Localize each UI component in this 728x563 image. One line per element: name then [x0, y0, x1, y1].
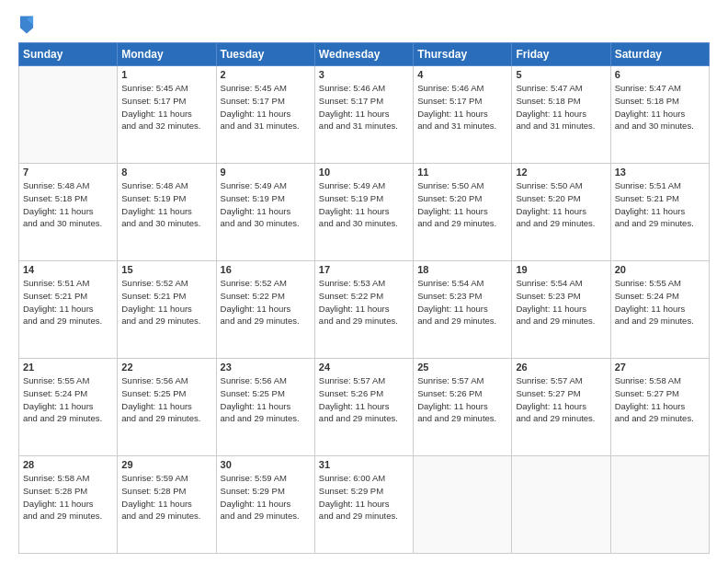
- day-number: 11: [417, 167, 507, 178]
- calendar-cell: 23Sunrise: 5:56 AMSunset: 5:25 PMDayligh…: [216, 359, 314, 456]
- calendar-table: SundayMondayTuesdayWednesdayThursdayFrid…: [18, 42, 710, 554]
- sunset-text: Sunset: 5:18 PM: [23, 192, 113, 205]
- day-number: 6: [615, 69, 705, 80]
- sunset-text: Sunset: 5:24 PM: [23, 387, 113, 400]
- sunrise-text: Sunrise: 5:49 AM: [221, 179, 311, 192]
- calendar-cell: 10Sunrise: 5:49 AMSunset: 5:19 PMDayligh…: [314, 164, 413, 261]
- day-number: 18: [417, 264, 507, 275]
- daylight-text: Daylight: 11 hours: [23, 400, 113, 413]
- calendar-cell: [610, 456, 709, 554]
- calendar-cell: 28Sunrise: 5:58 AMSunset: 5:28 PMDayligh…: [19, 456, 118, 554]
- weekday-header-thursday: Thursday: [414, 43, 512, 66]
- daylight-minutes-text: and and 29 minutes.: [319, 315, 409, 327]
- daylight-text: Daylight: 11 hours: [615, 400, 705, 413]
- calendar-cell: [414, 456, 512, 554]
- sunrise-text: Sunrise: 5:57 AM: [516, 374, 606, 387]
- calendar-cell: 14Sunrise: 5:51 AMSunset: 5:21 PMDayligh…: [19, 261, 118, 359]
- sunset-text: Sunset: 5:22 PM: [319, 290, 409, 303]
- sunset-text: Sunset: 5:17 PM: [121, 95, 211, 108]
- sunrise-text: Sunrise: 5:45 AM: [121, 82, 211, 95]
- day-number: 4: [417, 69, 507, 80]
- day-number: 14: [23, 264, 113, 275]
- calendar-cell: 30Sunrise: 5:59 AMSunset: 5:29 PMDayligh…: [216, 456, 314, 554]
- daylight-text: Daylight: 11 hours: [221, 498, 311, 511]
- sunrise-text: Sunrise: 5:51 AM: [615, 179, 705, 192]
- sunset-text: Sunset: 5:19 PM: [319, 192, 409, 205]
- calendar-cell: 3Sunrise: 5:46 AMSunset: 5:17 PMDaylight…: [314, 66, 413, 164]
- daylight-text: Daylight: 11 hours: [121, 400, 211, 413]
- daylight-text: Daylight: 11 hours: [121, 108, 211, 121]
- sunset-text: Sunset: 5:20 PM: [516, 192, 606, 205]
- sunrise-text: Sunrise: 5:52 AM: [121, 277, 211, 290]
- day-number: 15: [121, 264, 211, 275]
- sunset-text: Sunset: 5:21 PM: [615, 192, 705, 205]
- sunset-text: Sunset: 5:27 PM: [516, 387, 606, 400]
- day-number: 23: [221, 362, 311, 373]
- day-number: 27: [615, 362, 705, 373]
- daylight-text: Daylight: 11 hours: [417, 400, 507, 413]
- daylight-minutes-text: and and 29 minutes.: [615, 217, 705, 230]
- daylight-minutes-text: and and 30 minutes.: [615, 120, 705, 132]
- daylight-minutes-text: and and 30 minutes.: [319, 217, 409, 230]
- sunset-text: Sunset: 5:21 PM: [121, 290, 211, 303]
- weekday-header-sunday: Sunday: [19, 43, 118, 66]
- sunset-text: Sunset: 5:17 PM: [221, 95, 311, 108]
- daylight-text: Daylight: 11 hours: [23, 498, 113, 511]
- daylight-text: Daylight: 11 hours: [319, 498, 409, 511]
- calendar-cell: 5Sunrise: 5:47 AMSunset: 5:18 PMDaylight…: [512, 66, 610, 164]
- daylight-minutes-text: and and 29 minutes.: [319, 510, 409, 523]
- sunset-text: Sunset: 5:26 PM: [319, 387, 409, 400]
- daylight-minutes-text: and and 32 minutes.: [121, 120, 211, 132]
- week-row-5: 28Sunrise: 5:58 AMSunset: 5:28 PMDayligh…: [19, 456, 710, 554]
- day-number: 22: [121, 362, 211, 373]
- daylight-text: Daylight: 11 hours: [319, 303, 409, 316]
- sunrise-text: Sunrise: 5:50 AM: [417, 179, 507, 192]
- sunrise-text: Sunrise: 5:47 AM: [615, 82, 705, 95]
- calendar-cell: 22Sunrise: 5:56 AMSunset: 5:25 PMDayligh…: [118, 359, 216, 456]
- day-number: 28: [23, 459, 113, 470]
- daylight-text: Daylight: 11 hours: [121, 205, 211, 218]
- sunrise-text: Sunrise: 5:53 AM: [319, 277, 409, 290]
- day-number: 2: [221, 69, 311, 80]
- daylight-text: Daylight: 11 hours: [23, 205, 113, 218]
- daylight-minutes-text: and and 31 minutes.: [516, 120, 606, 132]
- day-number: 3: [319, 69, 409, 80]
- daylight-text: Daylight: 11 hours: [121, 498, 211, 511]
- daylight-minutes-text: and and 29 minutes.: [221, 315, 311, 327]
- sunrise-text: Sunrise: 5:50 AM: [516, 179, 606, 192]
- daylight-text: Daylight: 11 hours: [417, 205, 507, 218]
- day-number: 20: [615, 264, 705, 275]
- sunset-text: Sunset: 5:19 PM: [121, 192, 211, 205]
- calendar-cell: 18Sunrise: 5:54 AMSunset: 5:23 PMDayligh…: [414, 261, 512, 359]
- daylight-text: Daylight: 11 hours: [417, 303, 507, 316]
- daylight-minutes-text: and and 29 minutes.: [121, 412, 211, 425]
- day-number: 16: [221, 264, 311, 275]
- sunset-text: Sunset: 5:21 PM: [23, 290, 113, 303]
- sunset-text: Sunset: 5:19 PM: [221, 192, 311, 205]
- daylight-text: Daylight: 11 hours: [23, 303, 113, 316]
- calendar-cell: 13Sunrise: 5:51 AMSunset: 5:21 PMDayligh…: [610, 164, 709, 261]
- week-row-1: 1Sunrise: 5:45 AMSunset: 5:17 PMDaylight…: [19, 66, 710, 164]
- sunset-text: Sunset: 5:18 PM: [516, 95, 606, 108]
- daylight-minutes-text: and and 29 minutes.: [417, 315, 507, 327]
- sunset-text: Sunset: 5:23 PM: [417, 290, 507, 303]
- sunrise-text: Sunrise: 5:59 AM: [221, 472, 311, 485]
- daylight-text: Daylight: 11 hours: [615, 205, 705, 218]
- daylight-minutes-text: and and 29 minutes.: [23, 315, 113, 327]
- sunrise-text: Sunrise: 5:46 AM: [319, 82, 409, 95]
- day-number: 12: [516, 167, 606, 178]
- day-number: 24: [319, 362, 409, 373]
- day-number: 8: [121, 167, 211, 178]
- sunset-text: Sunset: 5:29 PM: [221, 485, 311, 498]
- sunset-text: Sunset: 5:28 PM: [121, 485, 211, 498]
- day-number: 31: [319, 459, 409, 470]
- sunrise-text: Sunrise: 5:49 AM: [319, 179, 409, 192]
- sunset-text: Sunset: 5:23 PM: [516, 290, 606, 303]
- day-number: 26: [516, 362, 606, 373]
- calendar-cell: 16Sunrise: 5:52 AMSunset: 5:22 PMDayligh…: [216, 261, 314, 359]
- daylight-text: Daylight: 11 hours: [615, 303, 705, 316]
- calendar-cell: 7Sunrise: 5:48 AMSunset: 5:18 PMDaylight…: [19, 164, 118, 261]
- day-number: 29: [121, 459, 211, 470]
- calendar-cell: 31Sunrise: 6:00 AMSunset: 5:29 PMDayligh…: [314, 456, 413, 554]
- daylight-text: Daylight: 11 hours: [121, 303, 211, 316]
